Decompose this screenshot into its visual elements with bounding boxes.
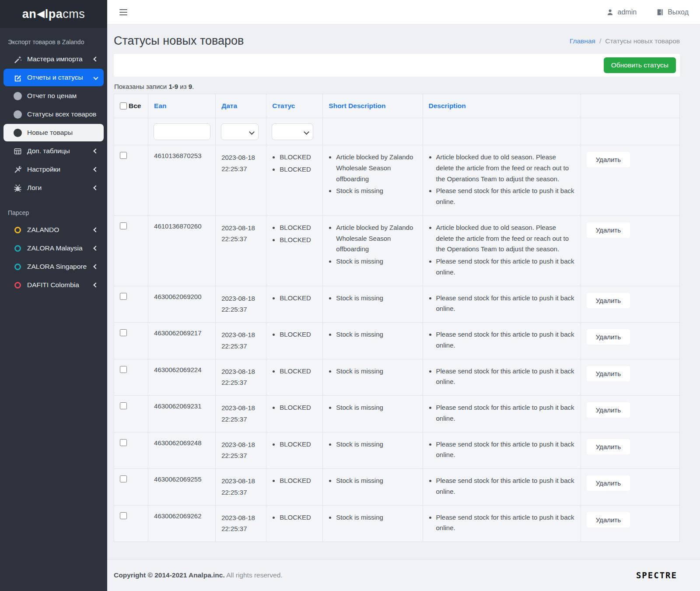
description-cell-item: Please send stock for this article to pu… <box>436 512 575 534</box>
date-value: 2023-08-18 <box>221 512 260 524</box>
ring-icon <box>13 281 22 289</box>
delete-button[interactable]: Удалить <box>587 222 630 238</box>
date-value: 2023-08-18 <box>221 475 260 487</box>
status-cell: BLOCKEDBLOCKED <box>266 215 323 286</box>
breadcrumb-home-link[interactable]: Главная <box>570 37 595 45</box>
chevron-left-icon <box>93 148 98 153</box>
ean-filter-input[interactable] <box>154 123 210 140</box>
status-cell: BLOCKED <box>266 469 323 506</box>
sidebar-item-5[interactable]: Новые товары <box>4 124 104 141</box>
delete-button[interactable]: Удалить <box>587 402 630 418</box>
status-filter-select[interactable] <box>272 123 313 140</box>
ring-icon <box>13 225 22 234</box>
delete-button[interactable]: Удалить <box>587 329 630 345</box>
date-filter-select[interactable] <box>221 123 259 140</box>
description-cell: Please send stock for this article to pu… <box>423 359 581 396</box>
sort-date-link[interactable]: Дата <box>221 102 237 109</box>
row-select-cell <box>114 215 148 286</box>
sidebar-item-1[interactable]: Мастера импорта <box>4 50 104 68</box>
sidebar-section-parser: Парсер <box>0 199 107 219</box>
ring-icon <box>13 244 22 253</box>
date-cell: 2023-08-1822:25:37 <box>216 469 266 506</box>
status-cell: BLOCKED <box>266 505 323 542</box>
sidebar-item-7[interactable]: Настройки <box>4 161 104 178</box>
description-cell: Please send stock for this article to pu… <box>423 396 581 433</box>
parser-item-1[interactable]: ZALANDO <box>4 221 104 239</box>
description-cell-item: Please send stock for this article to pu… <box>436 475 575 497</box>
bug-icon <box>13 183 22 192</box>
short-description-cell-item: Stock is missing <box>336 475 416 486</box>
ean-cell: 4630062069255 <box>148 469 216 506</box>
sidebar-item-label: Логи <box>27 184 89 192</box>
sidebar-item-label: Новые товары <box>27 129 98 137</box>
sidebar-item-6[interactable]: Доп. таблицы <box>4 142 104 160</box>
row-checkbox[interactable] <box>120 329 127 336</box>
row-checkbox[interactable] <box>120 222 127 229</box>
description-cell-item: Please send stock for this article to pu… <box>436 439 575 461</box>
sidebar-item-3[interactable]: Отчет по ценам <box>4 87 104 105</box>
time-value: 22:25:37 <box>221 163 260 175</box>
sort-ean-link[interactable]: Ean <box>154 102 166 109</box>
status-cell: BLOCKED <box>266 396 323 433</box>
actions-cell: Удалить <box>581 396 679 433</box>
ean-cell: 4630062069231 <box>148 396 216 433</box>
status-cell-item: BLOCKED <box>280 512 317 523</box>
row-checkbox[interactable] <box>120 366 127 373</box>
circle-icon <box>13 110 22 119</box>
short-description-cell: Stock is missing <box>323 323 423 359</box>
footer: Copyright © 2014-2021 Analpa.inc. All ri… <box>107 559 700 591</box>
page-title: Статусы новых товаров <box>114 34 244 48</box>
short-description-cell-item: Stock is missing <box>336 256 416 267</box>
select-all-checkbox[interactable] <box>120 102 127 109</box>
row-checkbox[interactable] <box>120 152 127 159</box>
toolbar-panel: Обновить статусы <box>114 54 680 77</box>
delete-button[interactable]: Удалить <box>587 512 630 528</box>
circle-icon <box>13 128 22 137</box>
time-value: 22:25:37 <box>221 233 260 245</box>
sidebar-item-8[interactable]: Логи <box>4 179 104 197</box>
chevron-left-icon <box>93 246 98 250</box>
parser-item-2[interactable]: ZALORA Malaysia <box>4 239 104 257</box>
table-row: 46101368702602023-08-1822:25:37BLOCKEDBL… <box>114 215 680 286</box>
user-menu[interactable]: admin <box>606 8 637 17</box>
status-cell-item: BLOCKED <box>280 293 317 304</box>
status-cell-item: BLOCKED <box>280 329 317 340</box>
menu-toggle[interactable] <box>119 7 128 17</box>
delete-button[interactable]: Удалить <box>587 152 630 167</box>
app-logo[interactable]: an◀lpacms <box>0 0 107 28</box>
refresh-statuses-button[interactable]: Обновить статусы <box>604 57 676 73</box>
sidebar-item-label: Отчет по ценам <box>27 92 98 100</box>
row-checkbox[interactable] <box>120 402 127 409</box>
sidebar-item-2[interactable]: Отчеты и статусы <box>4 69 104 86</box>
short-description-cell-item: Article blocked by Zalando Wholesale Sea… <box>336 152 416 184</box>
date-cell: 2023-08-1822:25:37 <box>216 145 266 216</box>
delete-button[interactable]: Удалить <box>587 366 630 381</box>
date-value: 2023-08-18 <box>221 366 260 377</box>
delete-button[interactable]: Удалить <box>587 293 630 308</box>
table-icon <box>13 147 22 155</box>
actions-cell: Удалить <box>581 323 679 359</box>
parser-item-4[interactable]: DAFITI Colombia <box>4 276 104 294</box>
sort-short-description-link[interactable]: Short Description <box>329 102 385 109</box>
short-description-cell: Stock is missing <box>323 469 423 506</box>
logo-triangle-icon: ◀ <box>37 8 45 20</box>
delete-button[interactable]: Удалить <box>587 475 630 491</box>
row-checkbox[interactable] <box>120 512 127 519</box>
time-value: 22:25:37 <box>221 523 260 535</box>
row-checkbox[interactable] <box>120 439 127 446</box>
parser-item-3[interactable]: ZALORA Singapore <box>4 258 104 275</box>
row-checkbox[interactable] <box>120 293 127 300</box>
time-value: 22:25:37 <box>221 304 260 315</box>
table-row: 46300620692172023-08-1822:25:37BLOCKEDSt… <box>114 323 680 359</box>
sort-status-link[interactable]: Статус <box>272 102 295 109</box>
short-description-cell-item: Article blocked by Zalando Wholesale Sea… <box>336 222 416 255</box>
description-cell-item: Please send stock for this article to pu… <box>436 256 575 278</box>
row-checkbox[interactable] <box>120 475 127 482</box>
row-select-cell <box>114 359 148 396</box>
logout-link[interactable]: Выход <box>656 8 689 17</box>
actions-cell: Удалить <box>581 145 679 216</box>
sort-description-link[interactable]: Description <box>429 102 466 109</box>
delete-button[interactable]: Удалить <box>587 439 630 454</box>
ean-cell: 4630062069262 <box>148 505 216 542</box>
sidebar-item-4[interactable]: Статусы всех товаров <box>4 106 104 123</box>
